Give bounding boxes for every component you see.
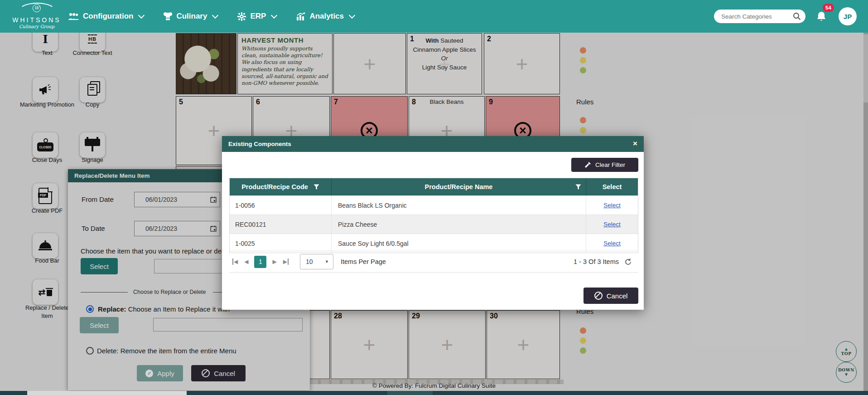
chevron-down-icon: [212, 12, 218, 18]
menu-culinary[interactable]: Culinary: [164, 12, 217, 21]
horizontal-scrollbar[interactable]: [0, 391, 868, 395]
select-row-link[interactable]: Select: [603, 221, 621, 228]
search-icon[interactable]: [793, 12, 801, 20]
dropdown-caret-icon: ▼: [325, 259, 329, 264]
horizontal-scrollbar-segment: [387, 391, 433, 395]
filter-icon[interactable]: [313, 184, 319, 190]
select-row-link[interactable]: Select: [603, 202, 621, 209]
items-range-label: 1 - 3 Of 3 Items: [574, 258, 619, 265]
cell-code: REC00121: [230, 215, 331, 234]
menu-analytics[interactable]: Analytics: [296, 12, 354, 21]
existing-components-modal: Existing Components × Clear Filter Produ…: [222, 136, 644, 310]
notifications-bell[interactable]: [815, 11, 827, 24]
table-row: 1-0056 Beans Black LS Organic Select: [230, 195, 638, 215]
logo-w-icon: W: [33, 4, 41, 12]
table-row: 1-0025 Sauce Soy Light 6/0.5gal Select: [230, 234, 638, 253]
menu-configuration[interactable]: Configuration: [68, 12, 144, 21]
top-navbar: W WHITSONS Culinary Group Configuration …: [0, 0, 868, 33]
pagination-bar: ◀ ◀ 1 ▶ ▶ 10 ▼ Items Per Page 1 - 3 Of 3…: [229, 251, 638, 273]
modal-cancel-button[interactable]: Cancel: [583, 288, 638, 304]
column-header-code[interactable]: Product/Recipe Code: [230, 178, 331, 195]
page-number-button[interactable]: 1: [254, 256, 266, 268]
last-page-button[interactable]: ▶: [283, 258, 289, 265]
column-header-select: Select: [586, 178, 638, 195]
cell-name: Beans Black LS Organic: [331, 196, 586, 215]
gear-icon: [237, 12, 246, 21]
items-per-page-label: Items Per Page: [341, 258, 386, 265]
cell-name: Pizza Cheese: [331, 215, 586, 234]
table-header-row: Product/Recipe Code Product/Recipe Name …: [230, 178, 638, 195]
users-icon: [68, 13, 79, 20]
broom-icon: [584, 161, 591, 168]
chevron-down-icon: [271, 12, 277, 18]
chevron-down-icon: [138, 12, 145, 18]
search-box: [714, 10, 805, 23]
search-input[interactable]: [720, 13, 793, 20]
modal-title: Existing Components: [222, 136, 644, 152]
menu-erp[interactable]: ERP: [237, 12, 276, 21]
cell-name: Sauce Soy Light 6/0.5gal: [331, 234, 586, 253]
next-page-button[interactable]: ▶: [272, 258, 276, 265]
cancel-icon: [594, 292, 603, 300]
notification-count-badge: 54: [823, 4, 834, 12]
app-window: I HB Text Connector Text Marketing Promo…: [0, 0, 868, 395]
horizontal-scrollbar-thumb[interactable]: [27, 391, 187, 395]
column-header-name[interactable]: Product/Recipe Name: [331, 178, 586, 195]
chef-hat-icon: [164, 12, 172, 21]
filter-icon[interactable]: [575, 184, 581, 190]
clear-filter-button[interactable]: Clear Filter: [571, 158, 638, 172]
previous-page-button[interactable]: ◀: [244, 258, 248, 265]
cell-code: 1-0025: [230, 234, 331, 253]
refresh-icon[interactable]: [624, 258, 632, 266]
chevron-down-icon: [349, 12, 355, 18]
select-row-link[interactable]: Select: [603, 240, 621, 247]
table-row: REC00121 Pizza Cheese Select: [230, 215, 638, 234]
user-avatar[interactable]: JP: [839, 7, 857, 25]
components-table: Product/Recipe Code Product/Recipe Name …: [229, 178, 638, 253]
close-icon[interactable]: ×: [633, 136, 637, 152]
bell-icon: [815, 11, 827, 23]
cell-code: 1-0056: [230, 196, 331, 215]
items-per-page-select[interactable]: 10 ▼: [300, 254, 333, 269]
first-page-button[interactable]: ◀: [232, 258, 238, 265]
bar-chart-icon: [296, 12, 305, 20]
